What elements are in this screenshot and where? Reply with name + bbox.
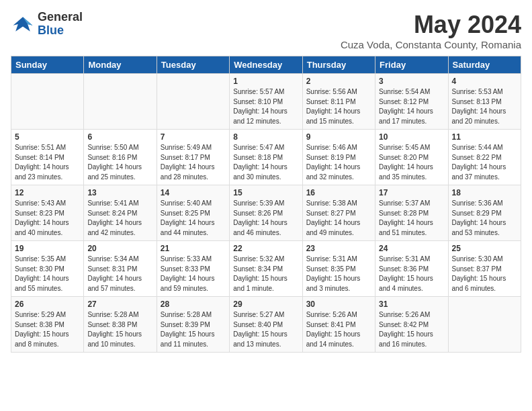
day-number: 8 (233, 132, 298, 142)
day-info: Sunrise: 5:28 AM Sunset: 8:38 PM Dayligh… (87, 310, 152, 349)
calendar-cell (157, 74, 229, 130)
day-number: 1 (233, 77, 298, 86)
calendar-header-row: SundayMondayTuesdayWednesdayThursdayFrid… (11, 56, 521, 74)
header-tuesday: Tuesday (157, 56, 229, 74)
calendar-cell (11, 74, 84, 130)
calendar-cell: 6Sunrise: 5:50 AM Sunset: 8:16 PM Daylig… (84, 130, 157, 185)
day-number: 2 (306, 77, 371, 86)
day-info: Sunrise: 5:51 AM Sunset: 8:14 PM Dayligh… (15, 143, 80, 182)
calendar-cell: 18Sunrise: 5:36 AM Sunset: 8:29 PM Dayli… (448, 185, 521, 241)
calendar-table: SundayMondayTuesdayWednesdayThursdayFrid… (11, 56, 521, 353)
day-number: 17 (379, 188, 444, 197)
calendar-cell: 9Sunrise: 5:46 AM Sunset: 8:19 PM Daylig… (302, 130, 375, 185)
day-info: Sunrise: 5:26 AM Sunset: 8:42 PM Dayligh… (379, 310, 444, 349)
title-block: May 2024 Cuza Voda, Constanta County, Ro… (341, 11, 521, 50)
day-info: Sunrise: 5:44 AM Sunset: 8:22 PM Dayligh… (452, 143, 517, 182)
day-info: Sunrise: 5:29 AM Sunset: 8:38 PM Dayligh… (15, 310, 80, 349)
day-info: Sunrise: 5:57 AM Sunset: 8:10 PM Dayligh… (233, 87, 298, 126)
day-number: 29 (233, 300, 298, 309)
calendar-cell: 29Sunrise: 5:27 AM Sunset: 8:40 PM Dayli… (230, 297, 302, 353)
calendar-cell: 1Sunrise: 5:57 AM Sunset: 8:10 PM Daylig… (230, 74, 302, 130)
header-thursday: Thursday (302, 56, 375, 74)
calendar-cell: 7Sunrise: 5:49 AM Sunset: 8:17 PM Daylig… (157, 130, 229, 185)
day-info: Sunrise: 5:39 AM Sunset: 8:26 PM Dayligh… (233, 199, 298, 238)
day-info: Sunrise: 5:45 AM Sunset: 8:20 PM Dayligh… (379, 143, 444, 182)
calendar-cell: 13Sunrise: 5:41 AM Sunset: 8:24 PM Dayli… (84, 185, 157, 241)
month-title: May 2024 (341, 11, 521, 39)
calendar-cell (84, 74, 157, 130)
day-number: 19 (15, 244, 80, 253)
calendar-cell: 5Sunrise: 5:51 AM Sunset: 8:14 PM Daylig… (11, 130, 84, 185)
day-number: 31 (379, 300, 444, 309)
calendar-cell: 8Sunrise: 5:47 AM Sunset: 8:18 PM Daylig… (230, 130, 302, 185)
calendar-cell: 3Sunrise: 5:54 AM Sunset: 8:12 PM Daylig… (375, 74, 448, 130)
calendar-cell: 22Sunrise: 5:32 AM Sunset: 8:34 PM Dayli… (230, 241, 302, 297)
day-number: 15 (233, 188, 298, 197)
header-wednesday: Wednesday (230, 56, 302, 74)
day-number: 6 (87, 132, 152, 142)
day-info: Sunrise: 5:38 AM Sunset: 8:27 PM Dayligh… (306, 199, 371, 238)
week-row-0: 1Sunrise: 5:57 AM Sunset: 8:10 PM Daylig… (11, 74, 521, 130)
calendar-cell: 2Sunrise: 5:56 AM Sunset: 8:11 PM Daylig… (302, 74, 375, 130)
week-row-4: 26Sunrise: 5:29 AM Sunset: 8:38 PM Dayli… (11, 297, 521, 353)
calendar-cell: 21Sunrise: 5:33 AM Sunset: 8:33 PM Dayli… (157, 241, 229, 297)
day-number: 20 (87, 244, 152, 253)
calendar-cell: 14Sunrise: 5:40 AM Sunset: 8:25 PM Dayli… (157, 185, 229, 241)
day-info: Sunrise: 5:31 AM Sunset: 8:36 PM Dayligh… (379, 255, 444, 293)
day-number: 18 (452, 188, 517, 197)
header-friday: Friday (375, 56, 448, 74)
day-info: Sunrise: 5:46 AM Sunset: 8:19 PM Dayligh… (306, 143, 371, 182)
day-number: 22 (233, 244, 298, 253)
day-info: Sunrise: 5:34 AM Sunset: 8:31 PM Dayligh… (87, 255, 152, 293)
day-number: 12 (15, 188, 80, 197)
day-number: 27 (87, 300, 152, 309)
day-info: Sunrise: 5:47 AM Sunset: 8:18 PM Dayligh… (233, 143, 298, 182)
day-number: 23 (306, 244, 371, 253)
day-number: 28 (161, 300, 226, 309)
calendar-cell: 28Sunrise: 5:28 AM Sunset: 8:39 PM Dayli… (157, 297, 229, 353)
logo-text: General Blue (38, 11, 83, 38)
day-info: Sunrise: 5:49 AM Sunset: 8:17 PM Dayligh… (161, 143, 226, 182)
week-row-1: 5Sunrise: 5:51 AM Sunset: 8:14 PM Daylig… (11, 130, 521, 185)
day-info: Sunrise: 5:27 AM Sunset: 8:40 PM Dayligh… (233, 310, 298, 349)
header-monday: Monday (84, 56, 157, 74)
day-number: 13 (87, 188, 152, 197)
day-number: 3 (379, 77, 444, 86)
header-sunday: Sunday (11, 56, 84, 74)
day-number: 21 (161, 244, 226, 253)
day-number: 14 (161, 188, 226, 197)
day-info: Sunrise: 5:53 AM Sunset: 8:13 PM Dayligh… (452, 87, 517, 126)
day-number: 26 (15, 300, 80, 309)
calendar-cell: 4Sunrise: 5:53 AM Sunset: 8:13 PM Daylig… (448, 74, 521, 130)
page-header: General Blue May 2024 Cuza Voda, Constan… (11, 11, 521, 50)
day-number: 7 (161, 132, 226, 142)
calendar-cell: 17Sunrise: 5:37 AM Sunset: 8:28 PM Dayli… (375, 185, 448, 241)
calendar-cell: 15Sunrise: 5:39 AM Sunset: 8:26 PM Dayli… (230, 185, 302, 241)
calendar-cell: 10Sunrise: 5:45 AM Sunset: 8:20 PM Dayli… (375, 130, 448, 185)
day-number: 5 (15, 132, 80, 142)
day-number: 30 (306, 300, 371, 309)
day-info: Sunrise: 5:50 AM Sunset: 8:16 PM Dayligh… (87, 143, 152, 182)
calendar-cell: 19Sunrise: 5:35 AM Sunset: 8:30 PM Dayli… (11, 241, 84, 297)
day-info: Sunrise: 5:37 AM Sunset: 8:28 PM Dayligh… (379, 199, 444, 238)
calendar-cell (448, 297, 521, 353)
day-number: 9 (306, 132, 371, 142)
day-number: 4 (452, 77, 517, 86)
day-info: Sunrise: 5:30 AM Sunset: 8:37 PM Dayligh… (452, 255, 517, 293)
day-info: Sunrise: 5:43 AM Sunset: 8:23 PM Dayligh… (15, 199, 80, 238)
calendar-cell: 16Sunrise: 5:38 AM Sunset: 8:27 PM Dayli… (302, 185, 375, 241)
day-info: Sunrise: 5:28 AM Sunset: 8:39 PM Dayligh… (161, 310, 226, 349)
day-info: Sunrise: 5:56 AM Sunset: 8:11 PM Dayligh… (306, 87, 371, 126)
day-info: Sunrise: 5:26 AM Sunset: 8:41 PM Dayligh… (306, 310, 371, 349)
calendar-cell: 31Sunrise: 5:26 AM Sunset: 8:42 PM Dayli… (375, 297, 448, 353)
day-number: 25 (452, 244, 517, 253)
calendar-cell: 30Sunrise: 5:26 AM Sunset: 8:41 PM Dayli… (302, 297, 375, 353)
day-info: Sunrise: 5:33 AM Sunset: 8:33 PM Dayligh… (161, 255, 226, 293)
day-number: 11 (452, 132, 517, 142)
day-info: Sunrise: 5:54 AM Sunset: 8:12 PM Dayligh… (379, 87, 444, 126)
day-info: Sunrise: 5:36 AM Sunset: 8:29 PM Dayligh… (452, 199, 517, 238)
calendar-cell: 24Sunrise: 5:31 AM Sunset: 8:36 PM Dayli… (375, 241, 448, 297)
week-row-2: 12Sunrise: 5:43 AM Sunset: 8:23 PM Dayli… (11, 185, 521, 241)
day-info: Sunrise: 5:41 AM Sunset: 8:24 PM Dayligh… (87, 199, 152, 238)
header-saturday: Saturday (448, 56, 521, 74)
